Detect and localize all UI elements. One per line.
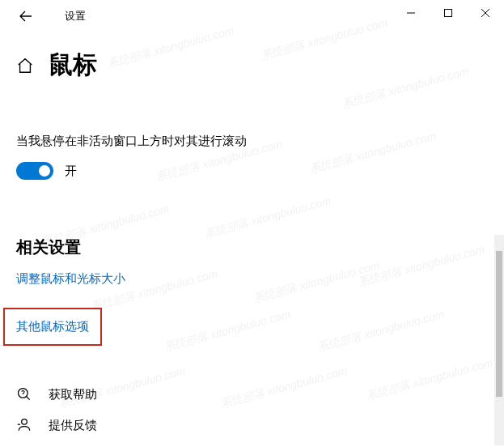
page-header: 鼠标	[0, 32, 504, 101]
toggle-state-text: 开	[65, 164, 77, 179]
titlebar: 设置	[0, 0, 504, 32]
home-icon[interactable]	[16, 57, 34, 74]
scroll-inactive-toggle[interactable]	[16, 162, 53, 180]
minimize-icon	[407, 9, 415, 17]
maximize-button[interactable]	[430, 0, 467, 26]
minimize-button[interactable]	[392, 0, 430, 26]
toggle-knob	[39, 165, 50, 177]
help-icon	[16, 386, 32, 402]
feedback-row[interactable]: 提供反馈	[16, 417, 488, 433]
window-title: 设置	[65, 9, 86, 23]
scrollbar[interactable]	[494, 235, 504, 445]
arrow-left-icon	[19, 10, 32, 23]
close-icon	[481, 9, 489, 17]
related-settings-heading: 相关设置	[16, 236, 488, 258]
content-area: 当我悬停在非活动窗口上方时对其进行滚动 开 相关设置 调整鼠标和光标大小 其他鼠…	[0, 101, 504, 433]
feedback-icon	[16, 417, 32, 433]
window-controls	[392, 0, 504, 26]
get-help-link[interactable]: 获取帮助	[49, 387, 97, 402]
other-mouse-options-link[interactable]: 其他鼠标选项	[3, 308, 102, 346]
feedback-link[interactable]: 提供反馈	[49, 418, 97, 433]
toggle-row: 开	[16, 162, 488, 180]
get-help-row[interactable]: 获取帮助	[16, 386, 488, 402]
scrollbar-thumb[interactable]	[496, 251, 502, 397]
adjust-cursor-size-link[interactable]: 调整鼠标和光标大小	[16, 271, 125, 287]
svg-rect-0	[445, 10, 452, 17]
page-title: 鼠标	[49, 49, 97, 82]
close-button[interactable]	[467, 0, 504, 26]
svg-point-2	[22, 419, 28, 425]
scroll-inactive-label: 当我悬停在非活动窗口上方时对其进行滚动	[16, 134, 488, 149]
svg-point-1	[19, 389, 28, 398]
back-button[interactable]	[16, 6, 36, 26]
maximize-icon	[444, 9, 452, 17]
